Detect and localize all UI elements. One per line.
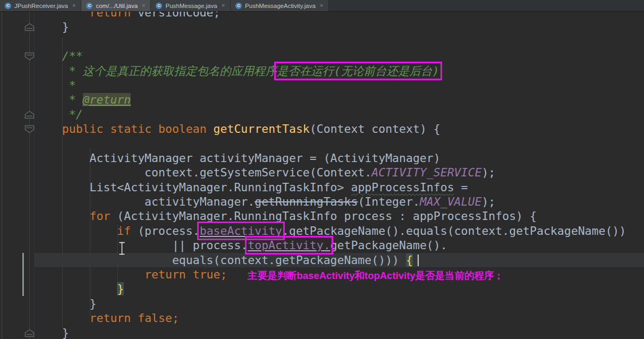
code-segment: equals(context.getPackageName())) xyxy=(35,253,406,267)
code-segment: (ActivityManager.RunningTaskInfo process… xyxy=(110,209,537,223)
code-segment: || process. xyxy=(35,239,248,252)
code-line xyxy=(35,137,626,151)
code-segment: return xyxy=(90,311,131,325)
code-segment: return xyxy=(90,12,131,19)
fold-start-icon[interactable] xyxy=(24,52,35,61)
magenta-annotation-box: 是否在运行(无论前台还是后台) xyxy=(277,64,439,78)
code-area[interactable]: return versionCode; } /** * 这个是真正的获取指定包名… xyxy=(35,12,626,339)
code-segment: ActivityManager activityManager = (Activ… xyxy=(35,151,440,165)
code-line: * 这个是真正的获取指定包名的应用程序是否在运行(无论前台还是后台) xyxy=(35,64,626,78)
tab-close-icon[interactable]: × xyxy=(142,3,145,9)
code-line: public static boolean getCurrentTask(Con… xyxy=(35,122,626,136)
code-segment: */ xyxy=(35,108,83,121)
code-segment: { xyxy=(406,253,413,267)
fold-end-icon[interactable] xyxy=(24,329,35,337)
code-line: * @return xyxy=(35,92,626,107)
code-segment: appProcessInfos xyxy=(351,181,454,194)
code-segment: (process. xyxy=(131,224,199,238)
code-segment: getPackageName(). xyxy=(331,239,447,252)
editor-tab-bar: CJPushReceiver.java×Ccom/.../Util.java×C… xyxy=(0,0,644,12)
code-segment xyxy=(186,268,193,281)
code-segment xyxy=(35,224,117,238)
code-editor[interactable]: return versionCode; } /** * 这个是真正的获取指定包名… xyxy=(0,12,644,339)
code-segment xyxy=(35,268,145,281)
ide-window: return versionCode; } /** * 这个是真正的获取指定包名… xyxy=(0,0,644,339)
code-segment: boolean xyxy=(158,122,207,135)
code-segment: getCurrentTask xyxy=(214,122,310,135)
tab-com/.../Util.java[interactable]: Ccom/.../Util.java× xyxy=(81,0,151,11)
tab-label: PushMessageActivity.java xyxy=(245,3,316,9)
code-segment: public xyxy=(62,122,104,135)
tab-label: JPushReceiver.java xyxy=(14,3,68,9)
java-class-icon: C xyxy=(235,3,242,9)
code-line: } xyxy=(35,282,626,296)
code-segment: } xyxy=(117,282,124,295)
code-segment xyxy=(35,12,90,19)
code-segment: for xyxy=(90,209,111,223)
code-segment: activityManager. xyxy=(35,195,255,208)
code-segment: static xyxy=(110,122,151,135)
code-line: } xyxy=(35,296,626,311)
code-segment xyxy=(35,311,90,325)
code-segment xyxy=(131,311,138,325)
code-segment: ); xyxy=(481,195,495,208)
code-line: return versionCode; xyxy=(35,12,626,20)
code-line: * xyxy=(35,78,626,92)
code-line: */ xyxy=(35,107,626,122)
code-segment: } xyxy=(35,326,69,339)
code-line: for (ActivityManager.RunningTaskInfo pro… xyxy=(35,209,626,223)
code-segment: (Context context) { xyxy=(310,122,440,135)
code-segment: * xyxy=(35,79,76,92)
code-line: return false; xyxy=(35,311,626,325)
code-segment: (Integer. xyxy=(358,195,420,208)
fold-start-icon[interactable] xyxy=(24,125,35,133)
text-caret xyxy=(418,255,419,266)
code-segment: .getPackageName().equals(context.getPack… xyxy=(282,224,626,238)
code-segment: ACTIVITY_SERVICE xyxy=(371,166,481,179)
code-line: List<ActivityManager.RunningTaskInfo> ap… xyxy=(35,180,626,194)
code-segment: * 这个是真正的获取指定包名的应用程序 xyxy=(35,64,277,78)
gutter-fold-line xyxy=(29,12,30,339)
fold-end-icon[interactable] xyxy=(24,23,35,31)
code-line: context.getSystemService(Context.ACTIVIT… xyxy=(35,165,626,180)
annotation-note: 主要是判断baseActivity和topActivity是否是当前的程序； xyxy=(248,269,504,282)
code-segment: versionCode; xyxy=(131,12,220,19)
code-segment: } xyxy=(35,297,97,310)
code-segment: /** xyxy=(35,49,83,63)
code-line: activityManager.getRunningTasks(Integer.… xyxy=(35,194,626,209)
code-segment: return xyxy=(145,268,186,281)
tab-label: com/.../Util.java xyxy=(96,3,138,9)
code-segment xyxy=(151,122,158,135)
java-class-icon: C xyxy=(156,3,162,9)
tab-JPushReceiver.java[interactable]: CJPushReceiver.java× xyxy=(0,0,81,11)
tab-PushMessage.java[interactable]: CPushMessage.java× xyxy=(151,0,231,11)
java-class-icon: C xyxy=(5,3,11,9)
tab-close-icon[interactable]: × xyxy=(320,3,323,9)
code-segment: * xyxy=(35,93,83,106)
code-segment xyxy=(103,122,110,135)
code-line: ActivityManager activityManager = (Activ… xyxy=(35,151,626,165)
magenta-annotation-box: baseActivity xyxy=(200,224,282,238)
magenta-annotation-box: topActivity. xyxy=(248,239,330,252)
code-segment xyxy=(35,122,62,135)
code-segment: MAX_VALUE xyxy=(420,195,482,208)
code-segment: true; xyxy=(193,268,227,281)
tab-close-icon[interactable]: × xyxy=(72,3,75,9)
tab-close-icon[interactable]: × xyxy=(222,3,225,9)
code-segment: } xyxy=(35,20,69,33)
code-segment: context.getSystemService(Context. xyxy=(35,166,371,179)
code-line: /** xyxy=(35,49,626,63)
code-segment xyxy=(35,209,90,223)
code-segment: = xyxy=(454,181,468,194)
code-segment xyxy=(35,282,117,295)
code-line xyxy=(35,35,626,49)
editor-left-border xyxy=(2,12,2,339)
code-line: if (process.baseActivity.getPackageName(… xyxy=(35,224,626,238)
code-line: } xyxy=(35,326,626,339)
tab-label: PushMessage.java xyxy=(165,3,217,9)
code-segment: List<ActivityManager.RunningTaskInfo> xyxy=(35,181,351,194)
code-segment: false; xyxy=(138,311,179,325)
tab-PushMessageActivity.java[interactable]: CPushMessageActivity.java× xyxy=(231,0,329,11)
code-segment: getRunningTasks xyxy=(255,195,358,208)
fold-end-icon[interactable] xyxy=(24,111,35,119)
